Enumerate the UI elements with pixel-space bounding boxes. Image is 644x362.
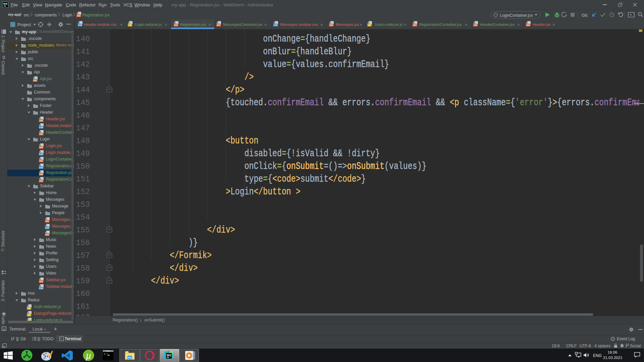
svg-text:µ: µ bbox=[86, 350, 91, 361]
svg-text:WS: WS bbox=[167, 354, 171, 357]
